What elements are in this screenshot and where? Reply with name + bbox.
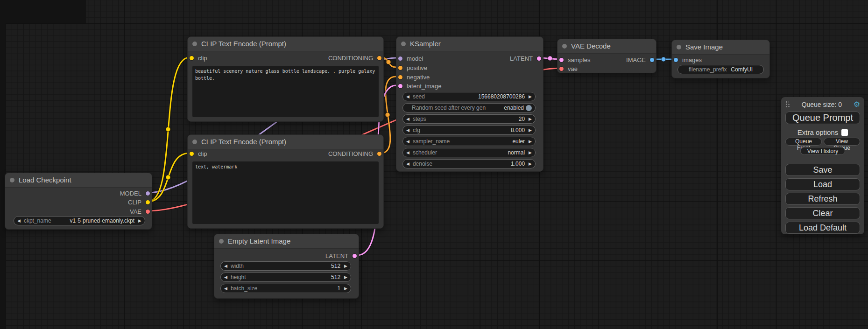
decrement-arrow-icon[interactable]: ◀ (406, 95, 409, 99)
prompt-textarea[interactable]: beautiful scenery nature glass bottle la… (192, 66, 379, 117)
widget-value: 20 (519, 116, 525, 122)
model-output-slot[interactable] (146, 191, 150, 196)
cfg-widget[interactable]: ◀ cfg 8.000 ▶ (402, 126, 536, 135)
node-empty-latent-image[interactable]: Empty Latent Image LATENT ◀ width 512 ▶ … (214, 234, 359, 299)
node-title-bar[interactable]: CLIP Text Encode (Prompt) (188, 37, 383, 51)
vae-input-slot[interactable] (559, 67, 564, 71)
load-default-button[interactable]: Load Default (785, 222, 860, 234)
conditioning-output-slot[interactable] (377, 152, 381, 156)
decrement-arrow-icon[interactable]: ◀ (224, 275, 227, 280)
save-button[interactable]: Save (785, 164, 860, 176)
node-save-image[interactable]: Save Image images filename_prefix ComfyU… (671, 40, 770, 78)
node-title-bar[interactable]: CLIP Text Encode (Prompt) (188, 135, 383, 149)
node-clip-text-encode-negative[interactable]: CLIP Text Encode (Prompt) clip CONDITION… (187, 134, 384, 229)
increment-arrow-icon[interactable]: ▶ (529, 117, 532, 121)
node-title-bar[interactable]: VAE Decode (557, 39, 656, 54)
queue-front-button[interactable]: Queue Front (785, 138, 822, 146)
clear-button[interactable]: Clear (785, 207, 860, 219)
collapse-dot[interactable] (10, 178, 14, 182)
sampler-name-widget[interactable]: ◀ sampler_name euler ▶ (402, 137, 536, 146)
latent-output-slot[interactable] (537, 56, 541, 61)
positive-input-slot[interactable] (398, 66, 402, 70)
collapse-dot[interactable] (192, 42, 197, 46)
seed-widget[interactable]: ◀ seed 156680208700286 ▶ (402, 92, 536, 101)
node-title-bar[interactable]: Load Checkpoint (5, 173, 152, 188)
increment-arrow-icon[interactable]: ▶ (344, 275, 347, 280)
node-clip-text-encode-positive[interactable]: CLIP Text Encode (Prompt) clip CONDITION… (187, 36, 384, 122)
vae-output-slot[interactable] (146, 210, 150, 214)
toggle-dot[interactable] (526, 105, 532, 111)
ckpt-name-widget[interactable]: ◀ ckpt_name v1-5-pruned-emaonly.ckpt ▶ (14, 216, 145, 225)
collapse-dot[interactable] (401, 42, 406, 46)
scheduler-widget[interactable]: ◀ scheduler normal ▶ (402, 148, 536, 157)
widget-label: sampler_name (413, 138, 450, 145)
prompt-textarea[interactable]: text, watermark (192, 161, 379, 224)
gear-icon[interactable]: ⚙ (854, 101, 860, 108)
negative-input-slot[interactable] (398, 75, 402, 79)
view-queue-button[interactable]: View Queue (824, 138, 860, 146)
collapse-dot[interactable] (562, 44, 567, 49)
link-midpoint-dot (166, 175, 170, 180)
node-load-checkpoint[interactable]: Load Checkpoint MODEL CLIP VAE ◀ ckpt_na… (5, 173, 152, 230)
clip-output-slot[interactable] (146, 200, 150, 204)
slot-label: LATENT (325, 252, 348, 259)
increment-arrow-icon[interactable]: ▶ (344, 287, 347, 291)
decrement-arrow-icon[interactable]: ◀ (406, 140, 409, 144)
decrement-arrow-icon[interactable]: ◀ (224, 287, 227, 291)
link-midpoint-dot (385, 112, 390, 117)
node-title: Empty Latent Image (228, 234, 290, 248)
batch-size-widget[interactable]: ◀ batch_size 1 ▶ (220, 284, 351, 293)
increment-arrow-icon[interactable]: ▶ (344, 264, 347, 268)
slot-label: CONDITIONING (328, 55, 373, 62)
collapse-dot[interactable] (677, 45, 681, 49)
increment-arrow-icon[interactable]: ▶ (529, 162, 532, 166)
decrement-arrow-icon[interactable]: ◀ (17, 219, 21, 223)
collapse-dot[interactable] (219, 239, 224, 244)
increment-arrow-icon[interactable]: ▶ (138, 219, 141, 223)
node-vae-decode[interactable]: VAE Decode samples IMAGE vae (557, 39, 656, 73)
clip-input-slot[interactable] (190, 152, 194, 156)
samples-input-slot[interactable] (559, 58, 564, 62)
widget-value: 8.000 (511, 127, 525, 133)
increment-arrow-icon[interactable]: ▶ (529, 151, 532, 155)
model-input-slot[interactable] (398, 56, 402, 61)
denoise-widget[interactable]: ◀ denoise 1.000 ▶ (402, 159, 536, 168)
increment-arrow-icon[interactable]: ▶ (529, 128, 532, 133)
increment-arrow-icon[interactable]: ▶ (529, 95, 532, 99)
random-seed-toggle-widget[interactable]: Random seed after every gen enabled (402, 103, 536, 112)
images-input-slot[interactable] (674, 58, 678, 62)
widget-label: ckpt_name (24, 217, 51, 224)
image-output-slot[interactable] (650, 58, 654, 62)
decrement-arrow-icon[interactable]: ◀ (224, 264, 227, 268)
collapse-dot[interactable] (192, 140, 197, 144)
steps-widget[interactable]: ◀ steps 20 ▶ (402, 114, 536, 124)
node-title-bar[interactable]: Empty Latent Image (214, 234, 359, 249)
height-widget[interactable]: ◀ height 512 ▶ (220, 273, 351, 282)
slot-label: negative (407, 74, 430, 81)
clip-input-slot[interactable] (190, 56, 194, 60)
decrement-arrow-icon[interactable]: ◀ (406, 117, 409, 121)
widget-value: 1.000 (511, 161, 525, 167)
widget-label: batch_size (231, 285, 257, 292)
node-ksampler[interactable]: KSampler model LATENT positive negative … (396, 36, 543, 172)
filename-prefix-widget[interactable]: filename_prefix ComfyUI (677, 65, 764, 74)
drag-handle[interactable] (785, 101, 790, 108)
node-title-bar[interactable]: KSampler (396, 37, 543, 51)
load-button[interactable]: Load (785, 178, 860, 190)
decrement-arrow-icon[interactable]: ◀ (406, 151, 409, 155)
queue-prompt-button[interactable]: Queue Prompt (785, 112, 860, 124)
extra-options-checkbox[interactable] (841, 129, 848, 136)
increment-arrow-icon[interactable]: ▶ (529, 140, 532, 144)
width-widget[interactable]: ◀ width 512 ▶ (220, 261, 351, 271)
queue-menu-panel: Queue size: 0 ⚙ Queue Prompt Extra optio… (781, 97, 864, 234)
conditioning-output-slot[interactable] (377, 56, 381, 60)
refresh-button[interactable]: Refresh (785, 193, 860, 205)
slot-label: latent_image (407, 83, 441, 90)
node-title-bar[interactable]: Save Image (672, 40, 769, 55)
decrement-arrow-icon[interactable]: ◀ (406, 162, 409, 166)
view-history-button[interactable]: View History (800, 147, 845, 155)
decrement-arrow-icon[interactable]: ◀ (406, 128, 409, 133)
latent-image-input-slot[interactable] (398, 84, 402, 88)
widget-label: height (231, 274, 246, 280)
latent-output-slot[interactable] (353, 254, 357, 258)
